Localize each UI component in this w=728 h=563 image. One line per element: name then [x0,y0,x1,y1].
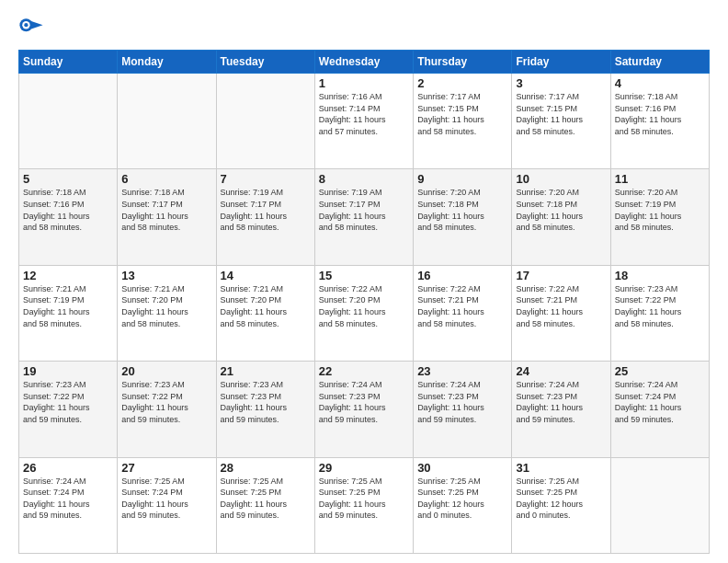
day-info: Sunrise: 7:23 AM Sunset: 7:22 PM Dayligh… [121,379,211,425]
day-number: 11 [615,172,705,186]
calendar-cell: 18Sunrise: 7:23 AM Sunset: 7:22 PM Dayli… [610,265,709,361]
day-number: 22 [319,364,409,378]
calendar-cell: 3Sunrise: 7:17 AM Sunset: 7:15 PM Daylig… [512,74,610,169]
day-info: Sunrise: 7:19 AM Sunset: 7:17 PM Dayligh… [319,187,409,233]
day-info: Sunrise: 7:16 AM Sunset: 7:14 PM Dayligh… [319,91,409,137]
day-number: 3 [516,76,606,90]
day-info: Sunrise: 7:20 AM Sunset: 7:19 PM Dayligh… [615,187,705,233]
calendar-cell: 29Sunrise: 7:25 AM Sunset: 7:25 PM Dayli… [314,457,413,553]
calendar-cell [216,74,314,169]
day-info: Sunrise: 7:25 AM Sunset: 7:25 PM Dayligh… [516,476,606,522]
day-info: Sunrise: 7:23 AM Sunset: 7:23 PM Dayligh… [221,379,311,425]
svg-point-2 [24,23,28,27]
calendar-cell: 11Sunrise: 7:20 AM Sunset: 7:19 PM Dayli… [610,169,709,265]
day-number: 30 [417,461,507,475]
day-number: 26 [23,461,113,475]
day-number: 16 [417,269,507,282]
calendar-week-row: 5Sunrise: 7:18 AM Sunset: 7:16 PM Daylig… [19,169,710,265]
day-number: 8 [319,172,409,186]
day-info: Sunrise: 7:21 AM Sunset: 7:20 PM Dayligh… [121,283,211,329]
calendar-week-row: 12Sunrise: 7:21 AM Sunset: 7:19 PM Dayli… [19,265,710,361]
day-number: 5 [23,172,113,186]
calendar-cell: 10Sunrise: 7:20 AM Sunset: 7:18 PM Dayli… [512,169,610,265]
day-info: Sunrise: 7:17 AM Sunset: 7:15 PM Dayligh… [516,91,606,137]
calendar-cell: 2Sunrise: 7:17 AM Sunset: 7:15 PM Daylig… [414,74,512,169]
day-info: Sunrise: 7:22 AM Sunset: 7:21 PM Dayligh… [417,283,507,329]
calendar-cell: 27Sunrise: 7:25 AM Sunset: 7:24 PM Dayli… [118,457,216,553]
day-number: 19 [23,364,113,378]
calendar-cell [118,74,216,169]
day-number: 18 [615,269,705,282]
calendar-week-row: 19Sunrise: 7:23 AM Sunset: 7:22 PM Dayli… [19,362,710,457]
day-info: Sunrise: 7:23 AM Sunset: 7:22 PM Dayligh… [615,283,705,329]
day-number: 28 [221,461,311,475]
day-info: Sunrise: 7:21 AM Sunset: 7:19 PM Dayligh… [23,283,113,329]
day-number: 7 [221,172,311,186]
calendar-cell: 16Sunrise: 7:22 AM Sunset: 7:21 PM Dayli… [414,265,512,361]
day-number: 1 [319,76,409,90]
calendar-week-row: 26Sunrise: 7:24 AM Sunset: 7:24 PM Dayli… [19,457,710,553]
calendar-cell: 9Sunrise: 7:20 AM Sunset: 7:18 PM Daylig… [414,169,512,265]
day-number: 23 [417,364,507,378]
day-info: Sunrise: 7:20 AM Sunset: 7:18 PM Dayligh… [417,187,507,233]
calendar-cell: 20Sunrise: 7:23 AM Sunset: 7:22 PM Dayli… [118,362,216,457]
calendar-cell: 26Sunrise: 7:24 AM Sunset: 7:24 PM Dayli… [19,457,118,553]
weekday-header-tuesday: Tuesday [216,51,314,74]
calendar-cell: 12Sunrise: 7:21 AM Sunset: 7:19 PM Dayli… [19,265,118,361]
weekday-header-thursday: Thursday [414,51,512,74]
weekday-header-row: SundayMondayTuesdayWednesdayThursdayFrid… [19,51,710,74]
day-info: Sunrise: 7:25 AM Sunset: 7:25 PM Dayligh… [221,476,311,522]
day-number: 20 [121,364,211,378]
day-number: 2 [417,76,507,90]
day-info: Sunrise: 7:25 AM Sunset: 7:25 PM Dayligh… [417,476,507,522]
calendar-cell [610,457,709,553]
day-info: Sunrise: 7:25 AM Sunset: 7:25 PM Dayligh… [319,476,409,522]
logo [18,15,48,40]
day-info: Sunrise: 7:20 AM Sunset: 7:18 PM Dayligh… [516,187,606,233]
day-number: 15 [319,269,409,282]
day-number: 24 [516,364,606,378]
calendar-cell: 19Sunrise: 7:23 AM Sunset: 7:22 PM Dayli… [19,362,118,457]
day-info: Sunrise: 7:18 AM Sunset: 7:16 PM Dayligh… [615,91,705,137]
day-number: 21 [221,364,311,378]
calendar-cell: 30Sunrise: 7:25 AM Sunset: 7:25 PM Dayli… [414,457,512,553]
day-info: Sunrise: 7:24 AM Sunset: 7:24 PM Dayligh… [615,379,705,425]
calendar-cell: 21Sunrise: 7:23 AM Sunset: 7:23 PM Dayli… [216,362,314,457]
calendar-cell: 23Sunrise: 7:24 AM Sunset: 7:23 PM Dayli… [414,362,512,457]
day-number: 27 [121,461,211,475]
calendar-week-row: 1Sunrise: 7:16 AM Sunset: 7:14 PM Daylig… [19,74,710,169]
day-info: Sunrise: 7:23 AM Sunset: 7:22 PM Dayligh… [23,379,113,425]
page: SundayMondayTuesdayWednesdayThursdayFrid… [0,0,728,563]
day-number: 25 [615,364,705,378]
calendar-cell: 25Sunrise: 7:24 AM Sunset: 7:24 PM Dayli… [610,362,709,457]
day-info: Sunrise: 7:17 AM Sunset: 7:15 PM Dayligh… [417,91,507,137]
calendar-cell: 13Sunrise: 7:21 AM Sunset: 7:20 PM Dayli… [118,265,216,361]
weekday-header-saturday: Saturday [610,51,709,74]
calendar-cell: 15Sunrise: 7:22 AM Sunset: 7:20 PM Dayli… [314,265,413,361]
calendar-cell: 5Sunrise: 7:18 AM Sunset: 7:16 PM Daylig… [19,169,118,265]
day-number: 14 [221,269,311,282]
day-number: 29 [319,461,409,475]
svg-marker-3 [31,21,43,29]
day-info: Sunrise: 7:24 AM Sunset: 7:23 PM Dayligh… [319,379,409,425]
calendar-cell: 24Sunrise: 7:24 AM Sunset: 7:23 PM Dayli… [512,362,610,457]
day-number: 17 [516,269,606,282]
calendar-cell: 28Sunrise: 7:25 AM Sunset: 7:25 PM Dayli… [216,457,314,553]
calendar-cell: 14Sunrise: 7:21 AM Sunset: 7:20 PM Dayli… [216,265,314,361]
day-number: 4 [615,76,705,90]
day-number: 10 [516,172,606,186]
day-number: 9 [417,172,507,186]
day-info: Sunrise: 7:21 AM Sunset: 7:20 PM Dayligh… [221,283,311,329]
calendar-cell: 31Sunrise: 7:25 AM Sunset: 7:25 PM Dayli… [512,457,610,553]
day-info: Sunrise: 7:24 AM Sunset: 7:23 PM Dayligh… [516,379,606,425]
day-number: 31 [516,461,606,475]
calendar-cell: 22Sunrise: 7:24 AM Sunset: 7:23 PM Dayli… [314,362,413,457]
day-info: Sunrise: 7:24 AM Sunset: 7:24 PM Dayligh… [23,476,113,522]
header [18,15,710,40]
day-number: 6 [121,172,211,186]
calendar-cell: 17Sunrise: 7:22 AM Sunset: 7:21 PM Dayli… [512,265,610,361]
weekday-header-sunday: Sunday [19,51,118,74]
day-info: Sunrise: 7:25 AM Sunset: 7:24 PM Dayligh… [121,476,211,522]
calendar-cell: 7Sunrise: 7:19 AM Sunset: 7:17 PM Daylig… [216,169,314,265]
weekday-header-wednesday: Wednesday [314,51,413,74]
